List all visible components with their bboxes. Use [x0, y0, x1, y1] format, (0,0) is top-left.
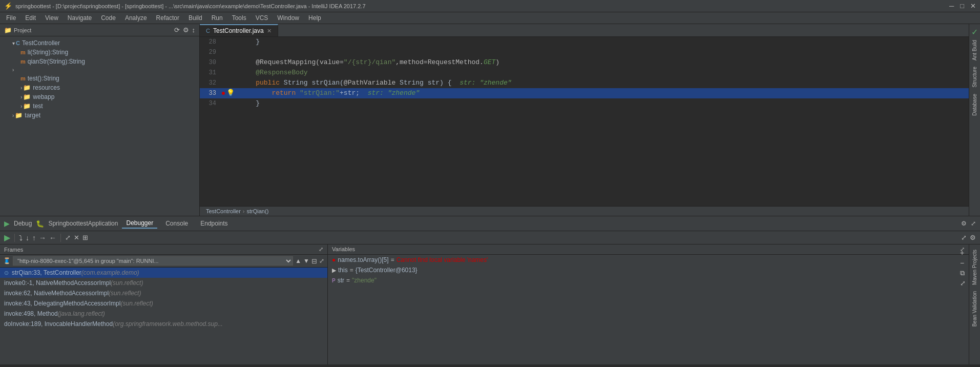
add-watch-icon[interactable]: + [960, 249, 966, 257]
tree-item-target[interactable]: › 📁 target [0, 111, 199, 120]
debug-restore-icon[interactable]: ⤢ [971, 220, 976, 227]
tree-expand[interactable]: › [0, 66, 199, 74]
menu-item-tools[interactable]: Tools [228, 13, 251, 23]
collapse-icon[interactable]: ↕ [192, 26, 196, 34]
arrow-icon: › [20, 104, 22, 109]
var-item-this[interactable]: ▶ this = {TestController@6013} [328, 265, 969, 275]
down-button[interactable]: ▼ [303, 257, 309, 264]
evaluate-button[interactable]: ← [49, 234, 56, 242]
menu-item-view[interactable]: View [41, 13, 62, 23]
run-to-cursor-button[interactable]: → [39, 234, 46, 242]
structure-tab[interactable]: Structure [971, 64, 978, 91]
breadcrumb-class[interactable]: TestController [206, 208, 241, 214]
expand-var-icon[interactable]: ▶ [332, 267, 336, 274]
more-button[interactable]: ⊞ [82, 234, 88, 241]
tree-item-test-folder[interactable]: › 📁 test [0, 101, 199, 111]
breadcrumb-method[interactable]: strQian() [247, 208, 269, 214]
var-equals: = [391, 256, 394, 263]
method-icon: m [20, 58, 26, 65]
rerun-button[interactable]: ⤢ [65, 234, 71, 241]
menu-item-navigate[interactable]: Navigate [64, 13, 96, 23]
database-tab[interactable]: Database [971, 91, 978, 119]
frames-header: Frames ⤢ [0, 244, 327, 255]
menu-item-code[interactable]: Code [97, 13, 120, 23]
up-button[interactable]: ▲ [295, 257, 301, 264]
tree-item-li[interactable]: m li(String):String [0, 48, 199, 57]
menu-item-edit[interactable]: Edit [21, 13, 40, 23]
settings-debug-icon[interactable]: ⚙ [970, 234, 976, 241]
tree-item-testcontroller[interactable]: ▾ C TestController [0, 38, 199, 48]
var-item-str[interactable]: P str = "zhende" [328, 275, 969, 286]
frames-thread-area: 🧵 "http-nio-8080-exec-1"@5,645 in group … [0, 255, 327, 268]
copy-icon[interactable]: ⧉ [960, 269, 966, 277]
frame-item-invoke43[interactable]: invoke:43, DelegatingMethodAccessorImpl … [0, 298, 327, 309]
endpoints-tab[interactable]: Endpoints [196, 219, 232, 228]
close-button[interactable]: ✕ [970, 2, 976, 10]
restore-icon[interactable]: ⤢ [960, 279, 966, 287]
tree-item-qianstr[interactable]: m qianStr(String):String [0, 57, 199, 66]
debug-settings-icon[interactable]: ⚙ [961, 220, 967, 227]
menu-item-build[interactable]: Build [184, 13, 206, 23]
step-into-button[interactable]: ↓ [26, 234, 29, 242]
filter-icon[interactable]: ⊟ [311, 257, 317, 265]
tree-item-test[interactable]: m test():String [0, 74, 199, 83]
menu-item-help[interactable]: Help [304, 13, 325, 23]
editor-tab-testcontroller[interactable]: C TestController.java ✕ [200, 24, 278, 36]
resume-button[interactable]: ▶ [4, 233, 10, 242]
menu-item-file[interactable]: File [2, 13, 20, 23]
bean-validation-tab[interactable]: Bean Validation [971, 288, 978, 330]
var-item-names[interactable]: ● names.toArray()[5] = Cannot find local… [328, 255, 969, 265]
frame-item-invoke0[interactable]: invoke0:-1, NativeMethodAccessorImpl (su… [0, 278, 327, 288]
thread-selector[interactable]: "http-nio-8080-exec-1"@5,645 in group "m… [13, 256, 293, 266]
arrow-icon: › [12, 113, 14, 118]
minimize-button[interactable]: ─ [949, 2, 954, 10]
tab-close-button[interactable]: ✕ [267, 28, 272, 34]
ant-build-tab[interactable]: Ant Build [971, 37, 978, 64]
line-number-34: 34 [200, 98, 220, 109]
step-over-button[interactable]: ⤵ [19, 234, 23, 242]
frame-package: (sun.reflect) [111, 279, 143, 287]
breadcrumb-separator: › [243, 208, 245, 214]
code-area[interactable]: 28 } 29 30 @RequestMapping(value="/{str}… [200, 37, 969, 206]
frame-item-invoke62[interactable]: invoke:62, NativeMethodAccessorImpl (sun… [0, 288, 327, 298]
frame-item-strqian[interactable]: ⊙ strQian:33, TestController (com.exampl… [0, 268, 327, 278]
code-line-33: 33 ● 💡 return "strQian:"+str; str: "zhen… [200, 88, 969, 98]
var-name-str: str [338, 277, 344, 284]
frames-expand-icon[interactable]: ⤢ [319, 246, 323, 253]
stop-button[interactable]: ✕ [74, 234, 79, 241]
frame-icon: ⊙ [4, 270, 9, 276]
java-file-icon: C [206, 28, 210, 34]
window-controls[interactable]: ─ □ ✕ [949, 2, 976, 10]
code-content-28: } [236, 37, 969, 47]
settings-icon[interactable]: ⚙ [183, 26, 189, 34]
menu-item-vcs[interactable]: VCS [252, 13, 273, 23]
tree-item-webapp[interactable]: › 📁 webapp [0, 92, 199, 101]
menu-item-window[interactable]: Window [273, 13, 303, 23]
arrow-icon: ▾ [12, 40, 15, 46]
sync-icon[interactable]: ⟳ [174, 26, 180, 34]
restore-debug-icon[interactable]: ⤢ [961, 234, 967, 241]
menu-item-analyze[interactable]: Analyze [121, 13, 151, 23]
project-panel-header: 📁 Project ⟳ ⚙ ↕ [0, 24, 199, 36]
code-line-29: 29 [200, 47, 969, 57]
frame-item-invoke498[interactable]: invoke:498, Method (java.lang.reflect) [0, 309, 327, 319]
remove-watch-icon[interactable]: − [960, 259, 966, 267]
code-content-34: } [236, 98, 969, 109]
frames-action-icon[interactable]: ⤢ [319, 257, 324, 264]
maximize-button[interactable]: □ [960, 2, 964, 10]
frame-label: strQian:33, TestController [12, 269, 81, 276]
tree-item-resources[interactable]: › 📁 resources [0, 83, 199, 92]
frame-item-doinvoke[interactable]: doInvoke:189, InvocableHandlerMethod (or… [0, 319, 327, 329]
maven-projects-tab[interactable]: Maven Projects [971, 247, 978, 288]
tree-label: li(String):String [28, 49, 68, 56]
debugger-tab[interactable]: Debugger [122, 218, 157, 229]
tab-bar: C TestController.java ✕ [200, 24, 969, 37]
code-line-28: 28 } [200, 37, 969, 47]
project-panel: 📁 Project ⟳ ⚙ ↕ ▾ C TestController [0, 24, 200, 216]
step-out-button[interactable]: ↑ [32, 234, 36, 242]
console-tab[interactable]: Console [161, 219, 192, 228]
method-icon: m [20, 75, 26, 81]
editor-area: C TestController.java ✕ 28 } 29 [200, 24, 969, 216]
menu-item-refactor[interactable]: Refactor [152, 13, 183, 23]
menu-item-run[interactable]: Run [207, 13, 227, 23]
